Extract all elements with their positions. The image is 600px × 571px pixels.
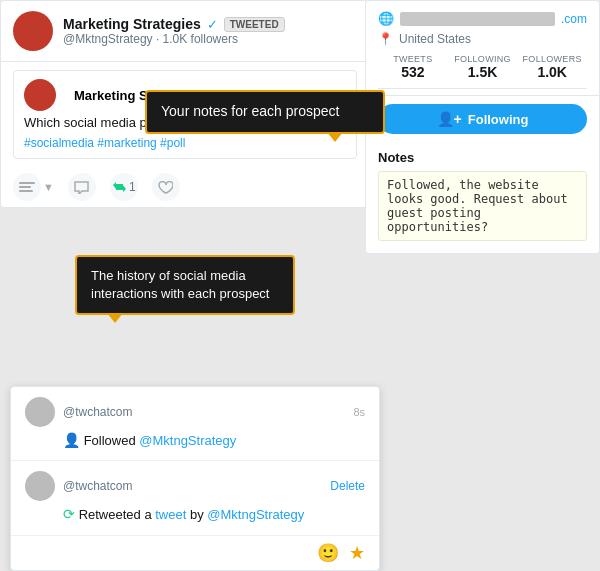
- svg-rect-0: [19, 182, 35, 184]
- activity-avatar-row2: @twchatcom: [25, 471, 133, 501]
- main-wrapper: Marketing Strategies ✓ TWEETED @MktngStr…: [0, 0, 600, 571]
- tweets-label: TWEETS: [378, 54, 448, 64]
- name-row: Marketing Strategies ✓ TWEETED: [63, 16, 285, 32]
- url-bar: [400, 12, 555, 26]
- avatar: [13, 11, 53, 51]
- activity-handle: @twchatcom: [63, 405, 133, 419]
- bottom-actions: 🙂 ★: [11, 536, 379, 570]
- activity-item2-top-row: @twchatcom Delete: [25, 471, 365, 501]
- notes-section: Notes Followed, the website looks good. …: [366, 142, 599, 253]
- stats-row: TWEETS 532 FOLLOWING 1.5K FOLLOWERS 1.0K: [378, 54, 587, 89]
- notes-textarea[interactable]: Followed, the website looks good. Reques…: [378, 171, 587, 241]
- svg-rect-1: [19, 186, 31, 188]
- following-value: 1.5K: [448, 64, 518, 80]
- tweet-actions: ▼ 1: [1, 167, 369, 207]
- avatar-small: [13, 173, 41, 201]
- follow-link[interactable]: @MktngStrategy: [139, 433, 236, 448]
- tweet-header-info: Marketing Strategies ✓ TWEETED @MktngStr…: [63, 16, 285, 46]
- retweet-user-link[interactable]: @MktngStrategy: [207, 507, 304, 522]
- tooltip-history: The history of social media interactions…: [75, 255, 295, 315]
- retweet-by-text: by: [186, 507, 207, 522]
- user-add-icon: 👤+: [437, 111, 462, 127]
- followers-value: 1.0K: [517, 64, 587, 80]
- activity-avatar2: [25, 471, 55, 501]
- activity-avatar-row: @twchatcom: [25, 397, 133, 427]
- retweet-count: 1: [129, 180, 136, 194]
- more-options-button[interactable]: ▼: [13, 173, 54, 201]
- retweet-button[interactable]: 1: [110, 173, 138, 201]
- retweet-tweet-link[interactable]: tweet: [155, 507, 186, 522]
- location-row: 📍 United States: [378, 32, 587, 46]
- profile-panel: 🌐 .com 📍 United States TWEETS 532 FOLLOW…: [365, 0, 600, 254]
- tweet-handle: @MktngStrategy · 1.0K followers: [63, 32, 285, 46]
- retweet-action-text: Retweeted a: [79, 507, 156, 522]
- activity-item-retweet: @twchatcom Delete ⟳ Retweeted a tweet by…: [11, 461, 379, 536]
- globe-icon: 🌐: [378, 11, 394, 26]
- following-button-label: Following: [468, 112, 529, 127]
- nested-avatar: [24, 79, 56, 111]
- activity-content-follow: 👤 Followed @MktngStrategy: [63, 431, 365, 451]
- pin-icon: 📍: [378, 32, 393, 46]
- tooltip-notes-text: Your notes for each prospect: [161, 103, 340, 119]
- activity-content-retweet: ⟳ Retweeted a tweet by @MktngStrategy: [63, 505, 365, 525]
- tweets-value: 532: [378, 64, 448, 80]
- profile-url-row: 🌐 .com: [378, 11, 587, 26]
- emoji-button[interactable]: 🙂: [317, 542, 339, 564]
- tweeted-badge: TWEETED: [224, 17, 285, 32]
- comment-button[interactable]: [68, 173, 96, 201]
- activity-avatar: [25, 397, 55, 427]
- delete-button[interactable]: Delete: [330, 479, 365, 493]
- location-text: United States: [399, 32, 471, 46]
- tooltip-history-text: The history of social media interactions…: [91, 268, 269, 301]
- follow-icon: 👤: [63, 432, 80, 448]
- retweet-icon: ⟳: [63, 506, 75, 522]
- followers-stat: FOLLOWERS 1.0K: [517, 54, 587, 80]
- notes-label: Notes: [378, 150, 587, 165]
- activity-panel: @twchatcom 8s 👤 Followed @MktngStrategy …: [10, 386, 380, 571]
- url-com[interactable]: .com: [561, 12, 587, 26]
- like-button[interactable]: [152, 173, 180, 201]
- activity-item-top-row: @twchatcom 8s: [25, 397, 365, 427]
- star-button[interactable]: ★: [349, 542, 365, 564]
- followers-label: FOLLOWERS: [517, 54, 587, 64]
- activity-time: 8s: [353, 406, 365, 418]
- activity-handle2: @twchatcom: [63, 479, 133, 493]
- svg-rect-2: [19, 190, 33, 192]
- tweet-header: Marketing Strategies ✓ TWEETED @MktngStr…: [1, 1, 369, 62]
- tweets-stat: TWEETS 532: [378, 54, 448, 80]
- following-button[interactable]: 👤+ Following: [378, 104, 587, 134]
- following-label: FOLLOWING: [448, 54, 518, 64]
- hashtags: #socialmedia #marketing #poll: [24, 136, 346, 150]
- follow-action-text: Followed: [84, 433, 140, 448]
- following-stat: FOLLOWING 1.5K: [448, 54, 518, 80]
- verified-icon: ✓: [207, 17, 218, 32]
- activity-item-follow: @twchatcom 8s 👤 Followed @MktngStrategy: [11, 387, 379, 462]
- account-name: Marketing Strategies: [63, 16, 201, 32]
- tooltip-notes: Your notes for each prospect: [145, 90, 385, 134]
- profile-top: 🌐 .com 📍 United States TWEETS 532 FOLLOW…: [366, 1, 599, 96]
